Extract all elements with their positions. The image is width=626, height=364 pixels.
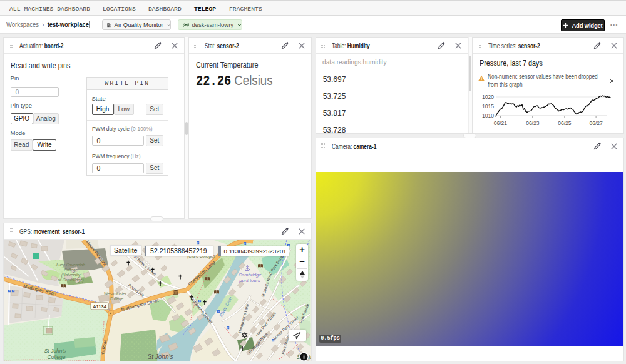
svg-text:Westminster: Westminster [104,291,127,296]
svg-text:College: College [110,296,123,301]
svg-text:06/27: 06/27 [589,120,603,126]
svg-text:Lucy Cavendish: Lucy Cavendish [56,263,86,268]
svg-text:1010: 1010 [482,113,494,119]
svg-text:punt tours: punt tours [239,278,260,283]
svg-text:1020: 1020 [482,94,494,100]
svg-text:A1134: A1134 [93,303,107,309]
svg-text:Cambridge: Cambridge [239,272,262,278]
svg-text:of Cambridge): of Cambridge) [58,278,83,283]
svg-text:St John's: St John's [148,353,173,360]
svg-text:06/23: 06/23 [526,120,540,126]
svg-text:06/25: 06/25 [558,120,572,126]
svg-text:1015: 1015 [482,103,494,109]
svg-text:(University: (University [61,273,81,278]
svg-text:St John's: St John's [44,348,66,354]
svg-text:College: College [48,354,66,360]
svg-text:06/21: 06/21 [493,120,507,126]
svg-text:College: College [64,268,78,273]
